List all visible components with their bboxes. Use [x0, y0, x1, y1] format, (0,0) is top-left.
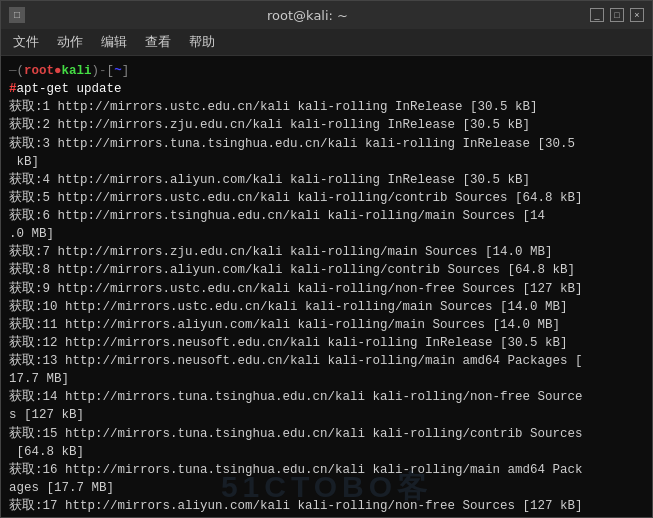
output-line-20: 获取:16 http://mirrors.tuna.tsinghua.edu.c… — [9, 461, 644, 479]
output-line-12: 获取:11 http://mirrors.aliyun.com/kali kal… — [9, 316, 644, 334]
command-text: apt-get update — [17, 80, 122, 98]
output-line-0: 获取:1 http://mirrors.ustc.edu.cn/kali kal… — [9, 98, 644, 116]
output-line-22: 获取:17 http://mirrors.aliyun.com/kali kal… — [9, 497, 644, 515]
maximize-button[interactable]: □ — [610, 8, 624, 22]
minimize-button[interactable]: _ — [590, 8, 604, 22]
output-line-19: [64.8 kB] — [9, 443, 644, 461]
prompt-bullet: ● — [54, 62, 62, 80]
close-button[interactable]: × — [630, 8, 644, 22]
output-line-3: kB] — [9, 153, 644, 171]
prompt-open-paren: ( — [17, 62, 25, 80]
output-line-16: 获取:14 http://mirrors.tuna.tsinghua.edu.c… — [9, 388, 644, 406]
menu-bar: 文件 动作 编辑 查看 帮助 — [1, 29, 652, 56]
terminal-window: □ root@kali: ~ _ □ × 文件 动作 编辑 查看 帮助 — ( … — [0, 0, 653, 518]
output-line-9: 获取:8 http://mirrors.aliyun.com/kali kali… — [9, 261, 644, 279]
prompt-close-paren: ) — [92, 62, 100, 80]
prompt-bracket-open: [ — [107, 62, 115, 80]
prompt-root: root — [24, 62, 54, 80]
window-controls: _ □ × — [590, 8, 644, 22]
output-line-2: 获取:3 http://mirrors.tuna.tsinghua.edu.cn… — [9, 135, 644, 153]
output-line-17: s [127 kB] — [9, 406, 644, 424]
menu-edit[interactable]: 编辑 — [93, 31, 135, 53]
menu-view[interactable]: 查看 — [137, 31, 179, 53]
prompt-line: — ( root ● kali ) - [ ~ ] — [9, 62, 644, 80]
menu-help[interactable]: 帮助 — [181, 31, 223, 53]
prompt-hash: # — [9, 80, 17, 98]
menu-file[interactable]: 文件 — [5, 31, 47, 53]
output-line-1: 获取:2 http://mirrors.zju.edu.cn/kali kali… — [9, 116, 644, 134]
output-line-11: 获取:10 http://mirrors.ustc.edu.cn/kali ka… — [9, 298, 644, 316]
title-bar: □ root@kali: ~ _ □ × — [1, 1, 652, 29]
prompt-dash: — — [9, 62, 17, 80]
output-line-4: 获取:4 http://mirrors.aliyun.com/kali kali… — [9, 171, 644, 189]
output-line-8: 获取:7 http://mirrors.zju.edu.cn/kali kali… — [9, 243, 644, 261]
output-line-18: 获取:15 http://mirrors.tuna.tsinghua.edu.c… — [9, 425, 644, 443]
prompt-host: kali — [62, 62, 92, 80]
output-line-6: 获取:6 http://mirrors.tsinghua.edu.cn/kali… — [9, 207, 644, 225]
window-title: root@kali: ~ — [25, 8, 590, 23]
terminal-body[interactable]: — ( root ● kali ) - [ ~ ] # apt-get upda… — [1, 56, 652, 517]
prompt-tilde: ~ — [114, 62, 122, 80]
output-line-21: ages [17.7 MB] — [9, 479, 644, 497]
output-line-13: 获取:12 http://mirrors.neusoft.edu.cn/kali… — [9, 334, 644, 352]
output-line-7: .0 MB] — [9, 225, 644, 243]
command-line: # apt-get update — [9, 80, 644, 98]
output-line-10: 获取:9 http://mirrors.ustc.edu.cn/kali kal… — [9, 280, 644, 298]
output-line-15: 17.7 MB] — [9, 370, 644, 388]
prompt-bracket-close: ] — [122, 62, 130, 80]
output-line-5: 获取:5 http://mirrors.ustc.edu.cn/kali kal… — [9, 189, 644, 207]
prompt-dash2: - — [99, 62, 107, 80]
output-line-14: 获取:13 http://mirrors.neusoft.edu.cn/kali… — [9, 352, 644, 370]
menu-action[interactable]: 动作 — [49, 31, 91, 53]
window-icon: □ — [9, 7, 25, 23]
